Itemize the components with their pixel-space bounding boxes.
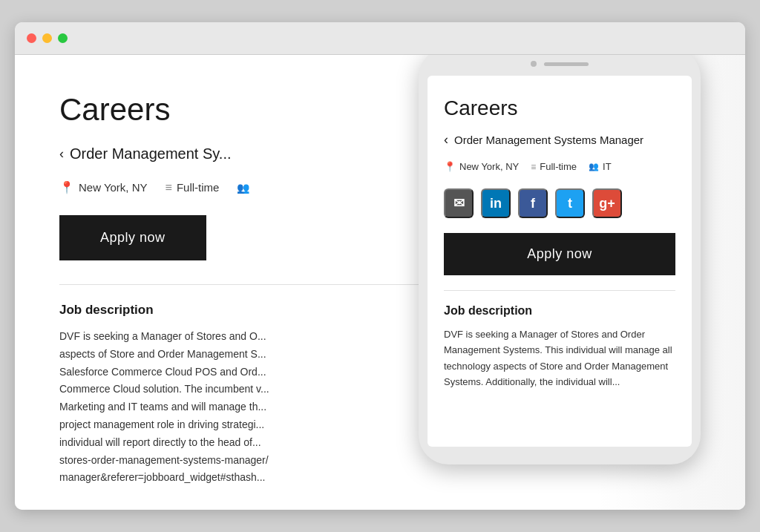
- share-facebook-button[interactable]: f: [518, 188, 548, 218]
- share-twitter-button[interactable]: t: [555, 188, 585, 218]
- desktop-location-text: New York, NY: [79, 181, 148, 194]
- phone-outer-frame: Careers ‹ Order Management Systems Manag…: [419, 55, 701, 464]
- mobile-breadcrumb-text: Order Management Systems Manager: [454, 134, 643, 146]
- browser-bar: [15, 22, 745, 55]
- maximize-button[interactable]: [58, 33, 68, 43]
- close-button[interactable]: [27, 33, 36, 43]
- mobile-job-description-heading: Job description: [444, 304, 675, 318]
- back-arrow-icon[interactable]: ‹: [59, 146, 64, 162]
- mobile-back-arrow-icon[interactable]: ‹: [444, 132, 448, 148]
- mobile-apply-button[interactable]: Apply now: [444, 233, 675, 275]
- desktop-dept: 👥: [237, 182, 249, 194]
- traffic-lights: [27, 33, 68, 43]
- mobile-location-icon: 📍: [444, 161, 456, 172]
- mobile-dept: 👥 IT: [589, 161, 612, 172]
- desktop-job-type-text: Full-time: [177, 181, 220, 194]
- mobile-dept-text: IT: [603, 161, 612, 172]
- browser-window: Careers ‹ Order Management Sy... 📍 New Y…: [15, 22, 745, 510]
- location-icon: 📍: [59, 180, 74, 194]
- desktop-apply-button[interactable]: Apply now: [59, 215, 206, 260]
- mobile-jobtype-icon: ≡: [531, 162, 536, 172]
- desktop-breadcrumb-text: Order Management Sy...: [70, 145, 232, 162]
- desktop-job-type: ≡ Full-time: [166, 181, 220, 194]
- mobile-careers-title: Careers: [444, 96, 675, 120]
- mobile-divider: [444, 290, 675, 291]
- mobile-location-text: New York, NY: [459, 161, 519, 172]
- mobile-dept-icon: 👥: [589, 162, 599, 171]
- mobile-meta: 📍 New York, NY ≡ Full-time 👥 IT: [444, 161, 675, 172]
- dept-icon: 👥: [237, 182, 249, 194]
- mobile-job-type-text: Full-time: [540, 161, 577, 172]
- mobile-phone-container: Careers ‹ Order Management Systems Manag…: [419, 55, 701, 464]
- phone-speaker-area: [428, 61, 692, 67]
- phone-camera-dot: [531, 61, 537, 67]
- phone-screen: Careers ‹ Order Management Systems Manag…: [428, 76, 692, 447]
- desktop-job-description-text: DVF is seeking a Manager of Stores and O…: [59, 328, 341, 487]
- mobile-job-description-text: DVF is seeking a Manager of Stores and O…: [444, 326, 675, 390]
- share-googleplus-button[interactable]: g+: [592, 188, 622, 218]
- share-linkedin-button[interactable]: in: [481, 188, 511, 218]
- share-email-button[interactable]: ✉: [444, 188, 474, 218]
- phone-speaker-bar: [544, 62, 589, 66]
- mobile-location: 📍 New York, NY: [444, 161, 519, 172]
- desktop-page-content: Careers ‹ Order Management Sy... 📍 New Y…: [15, 55, 745, 510]
- social-icons-row: ✉ in f t g+: [444, 188, 675, 218]
- desktop-location: 📍 New York, NY: [59, 180, 148, 194]
- mobile-breadcrumb: ‹ Order Management Systems Manager: [444, 132, 675, 148]
- mobile-content: Careers ‹ Order Management Systems Manag…: [428, 76, 692, 411]
- mobile-job-type: ≡ Full-time: [531, 161, 577, 172]
- jobtype-icon: ≡: [166, 181, 172, 194]
- minimize-button[interactable]: [42, 33, 52, 43]
